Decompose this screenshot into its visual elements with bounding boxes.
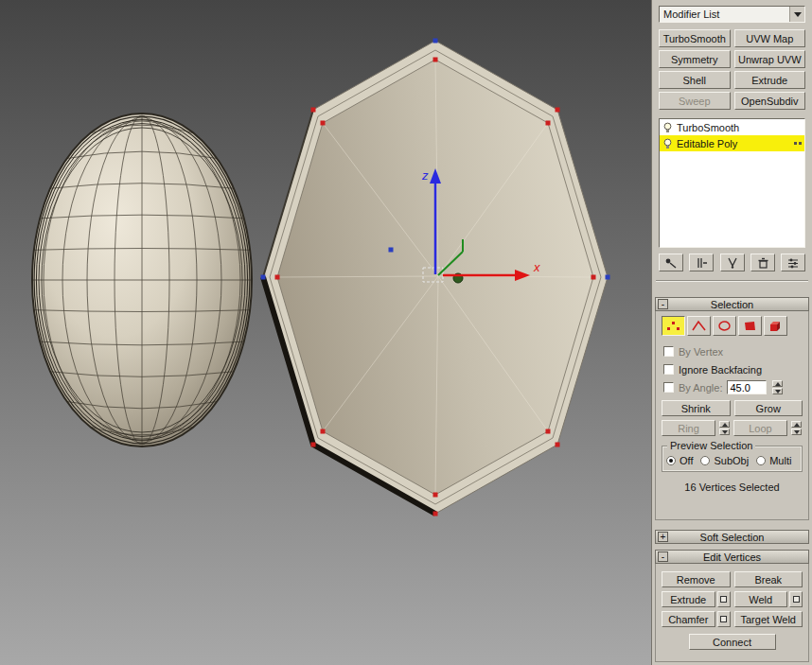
spinner-down-icon[interactable] xyxy=(791,429,802,435)
vertex-mode-icon[interactable] xyxy=(662,316,685,336)
modifier-stack-list[interactable]: TurboSmooth Editable Poly xyxy=(659,118,805,248)
selection-rollout-header[interactable]: - Selection xyxy=(655,297,809,311)
connect-button[interactable]: Connect xyxy=(689,634,776,650)
spinner-down-icon[interactable] xyxy=(719,429,730,435)
by-angle-row: By Angle: xyxy=(663,378,803,396)
panel-divider xyxy=(656,280,808,282)
connect-row: Connect xyxy=(661,634,803,650)
button-symmetry[interactable]: Symmetry xyxy=(659,50,731,68)
edit-vertices-rollout: - Edit Vertices Remove Break Extrude Wel… xyxy=(655,550,809,662)
edit-vertices-rollout-header[interactable]: - Edit Vertices xyxy=(655,550,809,564)
button-opensubdiv[interactable]: OpenSubdiv xyxy=(734,92,806,110)
by-angle-input[interactable] xyxy=(727,380,767,394)
break-button[interactable]: Break xyxy=(734,571,803,587)
weld-settings-button[interactable] xyxy=(789,591,803,607)
spinner-down-icon[interactable] xyxy=(772,388,783,394)
show-end-result-icon[interactable] xyxy=(689,254,714,271)
subobject-mode-row xyxy=(662,316,803,336)
remove-modifier-icon[interactable] xyxy=(750,254,775,271)
viewport-canvas[interactable]: z x xyxy=(0,0,651,665)
pin-stack-icon[interactable] xyxy=(659,254,683,271)
settings-box-icon xyxy=(720,616,727,622)
rollout-title: Edit Vertices xyxy=(703,551,761,563)
stack-item-label: TurboSmooth xyxy=(677,122,739,133)
selection-rollout-body: By Vertex Ignore Backfacing By Angle: Sh… xyxy=(655,311,809,520)
preview-subobj-label: SubObj xyxy=(714,455,749,466)
by-angle-spinner[interactable] xyxy=(772,380,783,394)
ring-spinner[interactable] xyxy=(719,421,731,435)
loop-button[interactable]: Loop xyxy=(733,420,787,436)
soft-selection-rollout-header[interactable]: + Soft Selection xyxy=(655,530,809,544)
button-sweep[interactable]: Sweep xyxy=(659,92,731,110)
loop-spinner[interactable] xyxy=(791,421,803,435)
stack-item-label: Editable Poly xyxy=(677,138,737,149)
ignore-backfacing-row: Ignore Backfacing xyxy=(663,360,803,378)
collapse-icon[interactable]: - xyxy=(658,551,668,562)
grow-button[interactable]: Grow xyxy=(734,400,803,416)
polygon-mode-icon[interactable] xyxy=(738,316,762,336)
preview-selection-options: Off SubObj Multi xyxy=(666,455,798,466)
by-vertex-checkbox[interactable] xyxy=(663,346,674,357)
button-turbosmooth[interactable]: TurboSmooth xyxy=(659,29,731,47)
expand-icon[interactable]: + xyxy=(658,532,668,542)
weld-button[interactable]: Weld xyxy=(734,591,788,607)
viewport[interactable]: z x xyxy=(0,0,651,665)
shrink-button[interactable]: Shrink xyxy=(662,400,731,416)
3ds-max-window: z x Modifier List TurboSmooth UVW Map Sy… xyxy=(0,0,812,665)
preview-off-radio[interactable] xyxy=(666,456,676,465)
z-axis-label: z xyxy=(421,168,429,183)
extrude-weld-row: Extrude Weld xyxy=(662,591,803,607)
button-unwrap-uvw[interactable]: Unwrap UVW xyxy=(734,50,806,68)
ring-button[interactable]: Ring xyxy=(662,420,715,436)
x-axis-label: x xyxy=(533,260,540,274)
ring-loop-row: Ring Loop xyxy=(662,420,803,436)
stack-row-gizmo-dots xyxy=(794,142,802,145)
preview-selection-group: Preview Selection Off SubObj Multi xyxy=(662,446,803,472)
button-uvw-map[interactable]: UVW Map xyxy=(734,29,806,47)
lightbulb-icon[interactable] xyxy=(662,122,673,133)
by-vertex-label: By Vertex xyxy=(679,346,723,358)
spinner-up-icon[interactable] xyxy=(772,380,783,387)
editable-poly-object[interactable] xyxy=(261,39,610,516)
extrude-button[interactable]: Extrude xyxy=(662,591,715,607)
preview-multi-label: Multi xyxy=(769,455,791,466)
selection-status-text: 16 Vertices Selected xyxy=(661,481,803,493)
button-shell[interactable]: Shell xyxy=(659,71,731,89)
stack-toolbar xyxy=(659,254,805,271)
preview-subobj-radio[interactable] xyxy=(700,456,710,465)
preview-selection-title: Preview Selection xyxy=(667,440,755,451)
target-weld-button[interactable]: Target Weld xyxy=(734,611,803,627)
turbosmooth-preview-object[interactable] xyxy=(32,114,252,446)
chamfer-settings-button[interactable] xyxy=(717,611,731,627)
button-extrude-modifier[interactable]: Extrude xyxy=(734,71,806,89)
chamfer-button[interactable]: Chamfer xyxy=(662,611,715,627)
configure-modifier-sets-icon[interactable] xyxy=(781,254,805,271)
by-vertex-row: By Vertex xyxy=(663,342,803,360)
modifier-button-set: TurboSmooth UVW Map Symmetry Unwrap UVW … xyxy=(659,29,805,110)
selection-rollout: - Selection xyxy=(655,297,809,520)
modifier-list-dropdown[interactable]: Modifier List xyxy=(659,6,805,23)
spinner-up-icon[interactable] xyxy=(791,421,802,428)
edit-vertices-rollout-body: Remove Break Extrude Weld Chamfer xyxy=(655,564,809,662)
element-mode-icon[interactable] xyxy=(764,316,787,336)
shrink-grow-row: Shrink Grow xyxy=(662,400,803,416)
stack-item-turbosmooth[interactable]: TurboSmooth xyxy=(660,119,804,135)
edge-mode-icon[interactable] xyxy=(687,316,711,336)
border-mode-icon[interactable] xyxy=(713,316,736,336)
settings-box-icon xyxy=(793,596,800,603)
chevron-down-icon[interactable] xyxy=(789,7,804,22)
stack-item-editable-poly[interactable]: Editable Poly xyxy=(660,135,804,151)
lightbulb-icon[interactable] xyxy=(662,138,673,149)
by-angle-checkbox[interactable] xyxy=(663,382,674,393)
collapse-icon[interactable]: - xyxy=(658,299,668,309)
preview-off-label: Off xyxy=(680,455,693,466)
make-unique-icon[interactable] xyxy=(720,254,745,271)
ignore-backfacing-checkbox[interactable] xyxy=(663,364,674,375)
rollout-title: Selection xyxy=(711,299,753,310)
remove-button[interactable]: Remove xyxy=(662,571,731,587)
preview-multi-radio[interactable] xyxy=(756,456,766,465)
extrude-settings-button[interactable] xyxy=(717,591,731,607)
by-angle-label: By Angle: xyxy=(679,382,722,394)
spinner-up-icon[interactable] xyxy=(719,421,730,428)
modifier-list-label: Modifier List xyxy=(660,7,789,22)
